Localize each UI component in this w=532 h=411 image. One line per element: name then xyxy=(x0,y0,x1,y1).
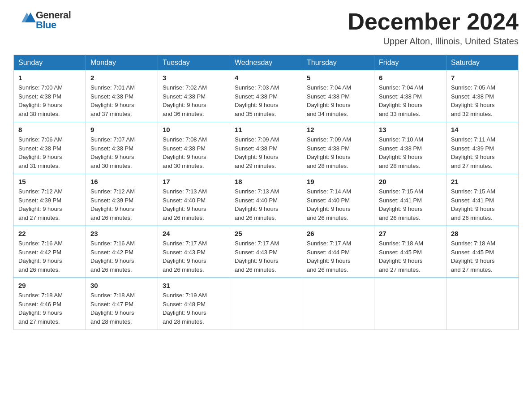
day-info: Sunrise: 7:03 AM Sunset: 4:38 PM Dayligh… xyxy=(235,83,297,118)
day-info: Sunrise: 7:17 AM Sunset: 4:44 PM Dayligh… xyxy=(307,239,369,274)
day-number: 27 xyxy=(379,230,442,237)
page-header: General Blue December 2024 Upper Alton, … xyxy=(13,9,519,47)
day-number: 6 xyxy=(379,74,442,81)
day-number: 25 xyxy=(235,230,297,237)
day-info: Sunrise: 7:07 AM Sunset: 4:38 PM Dayligh… xyxy=(90,135,153,170)
day-number: 23 xyxy=(90,230,153,237)
day-info: Sunrise: 7:12 AM Sunset: 4:39 PM Dayligh… xyxy=(18,187,81,222)
day-info: Sunrise: 7:09 AM Sunset: 4:38 PM Dayligh… xyxy=(307,135,369,170)
day-number: 4 xyxy=(235,74,297,81)
calendar-cell: 17 Sunrise: 7:13 AM Sunset: 4:40 PM Dayl… xyxy=(158,174,230,226)
day-info: Sunrise: 7:13 AM Sunset: 4:40 PM Dayligh… xyxy=(235,187,297,222)
day-number: 30 xyxy=(90,282,153,289)
calendar-cell xyxy=(446,278,519,330)
col-header-thursday: Thursday xyxy=(302,55,374,71)
calendar-cell: 31 Sunrise: 7:19 AM Sunset: 4:48 PM Dayl… xyxy=(158,278,230,330)
day-number: 14 xyxy=(451,126,514,133)
calendar-cell: 15 Sunrise: 7:12 AM Sunset: 4:39 PM Dayl… xyxy=(14,174,86,226)
calendar-week-1: 1 Sunrise: 7:00 AM Sunset: 4:38 PM Dayli… xyxy=(14,70,519,122)
calendar-cell: 5 Sunrise: 7:04 AM Sunset: 4:38 PM Dayli… xyxy=(302,70,374,122)
day-number: 24 xyxy=(163,230,225,237)
calendar-table: Sunday Monday Tuesday Wednesday Thursday… xyxy=(13,55,519,330)
col-header-friday: Friday xyxy=(374,55,446,71)
day-info: Sunrise: 7:09 AM Sunset: 4:38 PM Dayligh… xyxy=(235,135,297,170)
calendar-cell: 8 Sunrise: 7:06 AM Sunset: 4:38 PM Dayli… xyxy=(14,122,86,174)
calendar-week-4: 22 Sunrise: 7:16 AM Sunset: 4:42 PM Dayl… xyxy=(14,226,519,278)
calendar-cell: 28 Sunrise: 7:18 AM Sunset: 4:45 PM Dayl… xyxy=(446,226,519,278)
calendar-cell: 13 Sunrise: 7:10 AM Sunset: 4:38 PM Dayl… xyxy=(374,122,446,174)
day-number: 22 xyxy=(18,230,81,237)
logo-general-text: General xyxy=(36,10,71,20)
calendar-cell: 20 Sunrise: 7:15 AM Sunset: 4:41 PM Dayl… xyxy=(374,174,446,226)
day-info: Sunrise: 7:01 AM Sunset: 4:38 PM Dayligh… xyxy=(90,83,153,118)
calendar-cell: 23 Sunrise: 7:16 AM Sunset: 4:42 PM Dayl… xyxy=(86,226,158,278)
day-info: Sunrise: 7:15 AM Sunset: 4:41 PM Dayligh… xyxy=(379,187,442,222)
col-header-tuesday: Tuesday xyxy=(158,55,230,71)
day-info: Sunrise: 7:15 AM Sunset: 4:41 PM Dayligh… xyxy=(451,187,514,222)
day-number: 17 xyxy=(163,178,225,185)
day-info: Sunrise: 7:16 AM Sunset: 4:42 PM Dayligh… xyxy=(90,239,153,274)
calendar-header-row: Sunday Monday Tuesday Wednesday Thursday… xyxy=(14,55,519,71)
day-info: Sunrise: 7:18 AM Sunset: 4:45 PM Dayligh… xyxy=(451,239,514,274)
day-number: 18 xyxy=(235,178,297,185)
col-header-wednesday: Wednesday xyxy=(230,55,302,71)
calendar-cell: 16 Sunrise: 7:12 AM Sunset: 4:39 PM Dayl… xyxy=(86,174,158,226)
calendar-cell: 9 Sunrise: 7:07 AM Sunset: 4:38 PM Dayli… xyxy=(86,122,158,174)
day-info: Sunrise: 7:18 AM Sunset: 4:47 PM Dayligh… xyxy=(90,291,153,326)
day-number: 3 xyxy=(163,74,225,81)
calendar-cell: 7 Sunrise: 7:05 AM Sunset: 4:38 PM Dayli… xyxy=(446,70,519,122)
day-info: Sunrise: 7:04 AM Sunset: 4:38 PM Dayligh… xyxy=(307,83,369,118)
day-number: 7 xyxy=(451,74,514,81)
day-number: 13 xyxy=(379,126,442,133)
calendar-cell: 27 Sunrise: 7:18 AM Sunset: 4:45 PM Dayl… xyxy=(374,226,446,278)
day-info: Sunrise: 7:19 AM Sunset: 4:48 PM Dayligh… xyxy=(163,291,225,326)
day-info: Sunrise: 7:14 AM Sunset: 4:40 PM Dayligh… xyxy=(307,187,369,222)
day-info: Sunrise: 7:02 AM Sunset: 4:38 PM Dayligh… xyxy=(163,83,225,118)
col-header-monday: Monday xyxy=(86,55,158,71)
day-number: 21 xyxy=(451,178,514,185)
day-info: Sunrise: 7:06 AM Sunset: 4:38 PM Dayligh… xyxy=(18,135,81,170)
location-subtitle: Upper Alton, Illinois, United States xyxy=(348,36,519,47)
calendar-cell xyxy=(230,278,302,330)
day-number: 20 xyxy=(379,178,442,185)
calendar-cell: 30 Sunrise: 7:18 AM Sunset: 4:47 PM Dayl… xyxy=(86,278,158,330)
day-info: Sunrise: 7:08 AM Sunset: 4:38 PM Dayligh… xyxy=(163,135,225,170)
logo: General Blue xyxy=(13,9,71,31)
calendar-cell: 26 Sunrise: 7:17 AM Sunset: 4:44 PM Dayl… xyxy=(302,226,374,278)
calendar-cell: 6 Sunrise: 7:04 AM Sunset: 4:38 PM Dayli… xyxy=(374,70,446,122)
day-info: Sunrise: 7:16 AM Sunset: 4:42 PM Dayligh… xyxy=(18,239,81,274)
day-number: 31 xyxy=(163,282,225,289)
day-info: Sunrise: 7:17 AM Sunset: 4:43 PM Dayligh… xyxy=(163,239,225,274)
calendar-cell: 4 Sunrise: 7:03 AM Sunset: 4:38 PM Dayli… xyxy=(230,70,302,122)
title-area: December 2024 Upper Alton, Illinois, Uni… xyxy=(348,9,519,47)
calendar-week-5: 29 Sunrise: 7:18 AM Sunset: 4:46 PM Dayl… xyxy=(14,278,519,330)
calendar-cell: 21 Sunrise: 7:15 AM Sunset: 4:41 PM Dayl… xyxy=(446,174,519,226)
day-number: 29 xyxy=(18,282,81,289)
day-number: 12 xyxy=(307,126,369,133)
day-info: Sunrise: 7:10 AM Sunset: 4:38 PM Dayligh… xyxy=(379,135,442,170)
calendar-cell: 25 Sunrise: 7:17 AM Sunset: 4:43 PM Dayl… xyxy=(230,226,302,278)
day-number: 28 xyxy=(451,230,514,237)
day-number: 2 xyxy=(90,74,153,81)
calendar-cell xyxy=(374,278,446,330)
calendar-week-2: 8 Sunrise: 7:06 AM Sunset: 4:38 PM Dayli… xyxy=(14,122,519,174)
calendar-cell: 10 Sunrise: 7:08 AM Sunset: 4:38 PM Dayl… xyxy=(158,122,230,174)
day-info: Sunrise: 7:18 AM Sunset: 4:45 PM Dayligh… xyxy=(379,239,442,274)
day-info: Sunrise: 7:12 AM Sunset: 4:39 PM Dayligh… xyxy=(90,187,153,222)
day-number: 19 xyxy=(307,178,369,185)
calendar-cell: 24 Sunrise: 7:17 AM Sunset: 4:43 PM Dayl… xyxy=(158,226,230,278)
day-number: 10 xyxy=(163,126,225,133)
day-number: 1 xyxy=(18,74,81,81)
day-info: Sunrise: 7:18 AM Sunset: 4:46 PM Dayligh… xyxy=(18,291,81,326)
col-header-sunday: Sunday xyxy=(14,55,86,71)
calendar-cell: 12 Sunrise: 7:09 AM Sunset: 4:38 PM Dayl… xyxy=(302,122,374,174)
calendar-cell: 14 Sunrise: 7:11 AM Sunset: 4:39 PM Dayl… xyxy=(446,122,519,174)
day-number: 11 xyxy=(235,126,297,133)
day-number: 9 xyxy=(90,126,153,133)
calendar-cell: 1 Sunrise: 7:00 AM Sunset: 4:38 PM Dayli… xyxy=(14,70,86,122)
day-info: Sunrise: 7:11 AM Sunset: 4:39 PM Dayligh… xyxy=(451,135,514,170)
calendar-cell: 3 Sunrise: 7:02 AM Sunset: 4:38 PM Dayli… xyxy=(158,70,230,122)
col-header-saturday: Saturday xyxy=(446,55,519,71)
calendar-cell: 2 Sunrise: 7:01 AM Sunset: 4:38 PM Dayli… xyxy=(86,70,158,122)
day-number: 5 xyxy=(307,74,369,81)
